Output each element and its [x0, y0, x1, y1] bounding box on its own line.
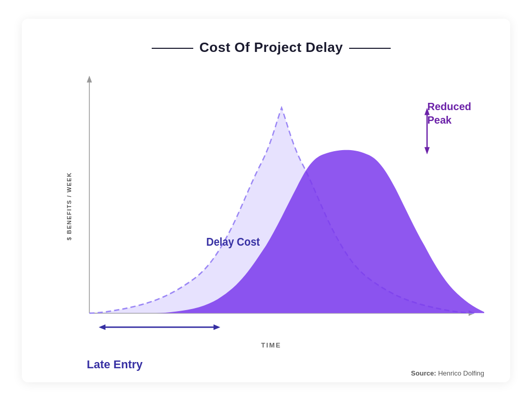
chart-svg: Delay Cost [58, 71, 484, 341]
reduced-peak-text: Reduced Peak [428, 100, 471, 127]
source-attribution: Source: Henrico Dolfing [411, 369, 484, 377]
time-label: TIME [261, 341, 281, 349]
svg-marker-11 [214, 325, 220, 330]
svg-marker-2 [87, 76, 92, 83]
reduced-peak-annotation: Reduced Peak [428, 100, 471, 127]
svg-marker-10 [99, 325, 105, 330]
source-label: Source: [411, 369, 436, 377]
late-entry-label: Late Entry [87, 358, 143, 371]
chart-title: Cost Of Project Delay [58, 39, 484, 56]
svg-marker-8 [424, 147, 430, 154]
y-axis-label: $ BENEFITS / WEEK [66, 172, 72, 240]
source-author: Henrico Dolfing [438, 369, 484, 377]
chart-area: $ BENEFITS / WEEK [58, 71, 484, 341]
main-card: Cost Of Project Delay $ BENEFITS / WEEK [22, 19, 510, 382]
svg-text:Delay Cost: Delay Cost [206, 235, 260, 248]
